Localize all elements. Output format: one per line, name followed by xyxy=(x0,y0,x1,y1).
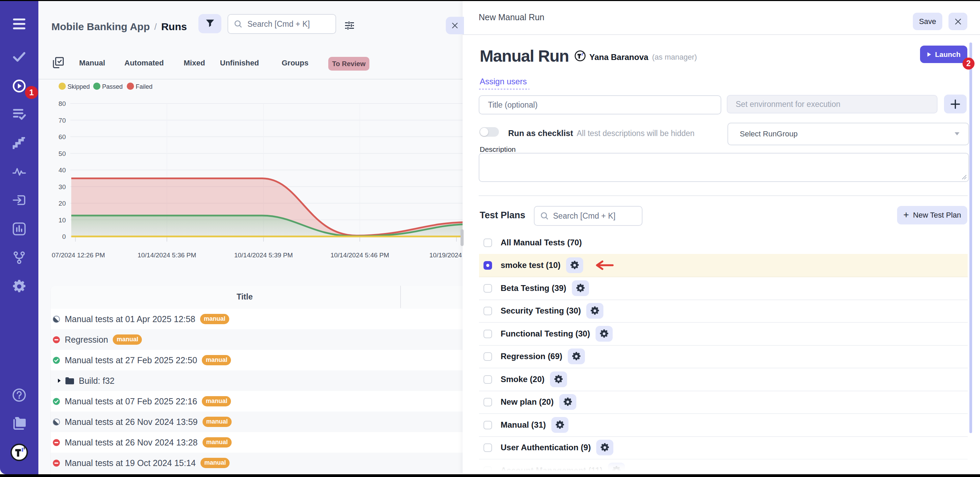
svg-text:10/14/2024 5:36 PM: 10/14/2024 5:36 PM xyxy=(137,251,196,259)
svg-text:10/14/2024 5:46 PM: 10/14/2024 5:46 PM xyxy=(330,251,389,259)
svg-text:20: 20 xyxy=(59,200,66,207)
svg-text:40: 40 xyxy=(59,167,66,174)
svg-text:10/19/2024: 10/19/2024 xyxy=(430,251,462,259)
svg-text:07/2024 12:26 PM: 07/2024 12:26 PM xyxy=(52,251,105,259)
svg-text:80: 80 xyxy=(59,100,66,107)
svg-text:10/14/2024 5:39 PM: 10/14/2024 5:39 PM xyxy=(234,251,293,259)
svg-text:50: 50 xyxy=(59,150,66,157)
svg-text:0: 0 xyxy=(62,233,66,240)
svg-text:30: 30 xyxy=(59,183,66,191)
svg-text:60: 60 xyxy=(59,133,66,140)
svg-text:70: 70 xyxy=(59,117,66,124)
svg-text:10: 10 xyxy=(59,216,66,224)
